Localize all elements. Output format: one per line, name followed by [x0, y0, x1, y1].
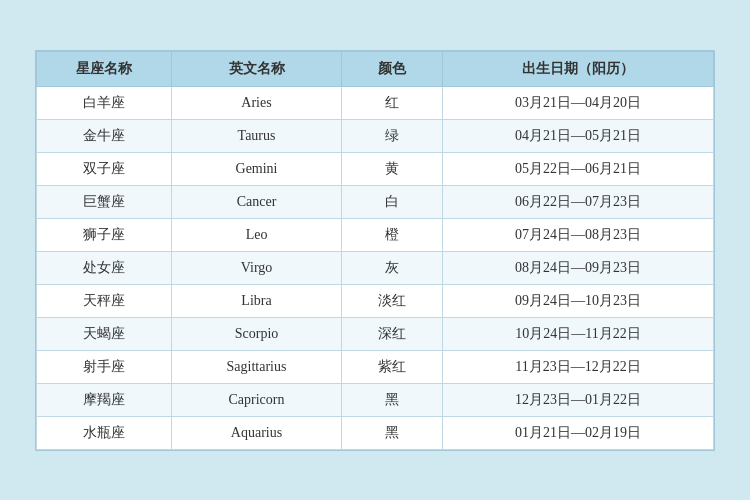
cell-english: Taurus [172, 119, 341, 152]
cell-date: 01月21日—02月19日 [443, 416, 714, 449]
cell-color: 红 [341, 86, 443, 119]
table-row: 金牛座Taurus绿04月21日—05月21日 [37, 119, 714, 152]
cell-chinese: 白羊座 [37, 86, 172, 119]
header-color: 颜色 [341, 51, 443, 86]
cell-color: 橙 [341, 218, 443, 251]
zodiac-table-container: 星座名称 英文名称 颜色 出生日期（阳历） 白羊座Aries红03月21日—04… [35, 50, 715, 451]
cell-chinese: 金牛座 [37, 119, 172, 152]
cell-english: Cancer [172, 185, 341, 218]
zodiac-table: 星座名称 英文名称 颜色 出生日期（阳历） 白羊座Aries红03月21日—04… [36, 51, 714, 450]
cell-english: Scorpio [172, 317, 341, 350]
cell-date: 09月24日—10月23日 [443, 284, 714, 317]
table-body: 白羊座Aries红03月21日—04月20日金牛座Taurus绿04月21日—0… [37, 86, 714, 449]
table-row: 天秤座Libra淡红09月24日—10月23日 [37, 284, 714, 317]
table-row: 狮子座Leo橙07月24日—08月23日 [37, 218, 714, 251]
cell-date: 03月21日—04月20日 [443, 86, 714, 119]
cell-english: Aries [172, 86, 341, 119]
cell-date: 04月21日—05月21日 [443, 119, 714, 152]
cell-color: 紫红 [341, 350, 443, 383]
cell-chinese: 狮子座 [37, 218, 172, 251]
cell-date: 10月24日—11月22日 [443, 317, 714, 350]
cell-english: Sagittarius [172, 350, 341, 383]
header-date: 出生日期（阳历） [443, 51, 714, 86]
cell-date: 11月23日—12月22日 [443, 350, 714, 383]
cell-color: 黄 [341, 152, 443, 185]
table-row: 天蝎座Scorpio深红10月24日—11月22日 [37, 317, 714, 350]
table-row: 白羊座Aries红03月21日—04月20日 [37, 86, 714, 119]
cell-date: 06月22日—07月23日 [443, 185, 714, 218]
cell-english: Capricorn [172, 383, 341, 416]
table-row: 双子座Gemini黄05月22日—06月21日 [37, 152, 714, 185]
cell-english: Leo [172, 218, 341, 251]
table-row: 处女座Virgo灰08月24日—09月23日 [37, 251, 714, 284]
header-english: 英文名称 [172, 51, 341, 86]
cell-english: Libra [172, 284, 341, 317]
cell-chinese: 天蝎座 [37, 317, 172, 350]
table-row: 水瓶座Aquarius黑01月21日—02月19日 [37, 416, 714, 449]
table-header-row: 星座名称 英文名称 颜色 出生日期（阳历） [37, 51, 714, 86]
cell-date: 08月24日—09月23日 [443, 251, 714, 284]
cell-date: 07月24日—08月23日 [443, 218, 714, 251]
cell-chinese: 摩羯座 [37, 383, 172, 416]
cell-color: 灰 [341, 251, 443, 284]
cell-english: Aquarius [172, 416, 341, 449]
cell-color: 黑 [341, 416, 443, 449]
table-row: 巨蟹座Cancer白06月22日—07月23日 [37, 185, 714, 218]
cell-chinese: 处女座 [37, 251, 172, 284]
cell-date: 12月23日—01月22日 [443, 383, 714, 416]
cell-color: 白 [341, 185, 443, 218]
header-chinese: 星座名称 [37, 51, 172, 86]
cell-color: 淡红 [341, 284, 443, 317]
cell-date: 05月22日—06月21日 [443, 152, 714, 185]
table-row: 摩羯座Capricorn黑12月23日—01月22日 [37, 383, 714, 416]
cell-chinese: 水瓶座 [37, 416, 172, 449]
table-row: 射手座Sagittarius紫红11月23日—12月22日 [37, 350, 714, 383]
cell-chinese: 天秤座 [37, 284, 172, 317]
cell-color: 黑 [341, 383, 443, 416]
cell-chinese: 双子座 [37, 152, 172, 185]
cell-color: 绿 [341, 119, 443, 152]
cell-chinese: 巨蟹座 [37, 185, 172, 218]
cell-chinese: 射手座 [37, 350, 172, 383]
cell-english: Virgo [172, 251, 341, 284]
cell-english: Gemini [172, 152, 341, 185]
cell-color: 深红 [341, 317, 443, 350]
